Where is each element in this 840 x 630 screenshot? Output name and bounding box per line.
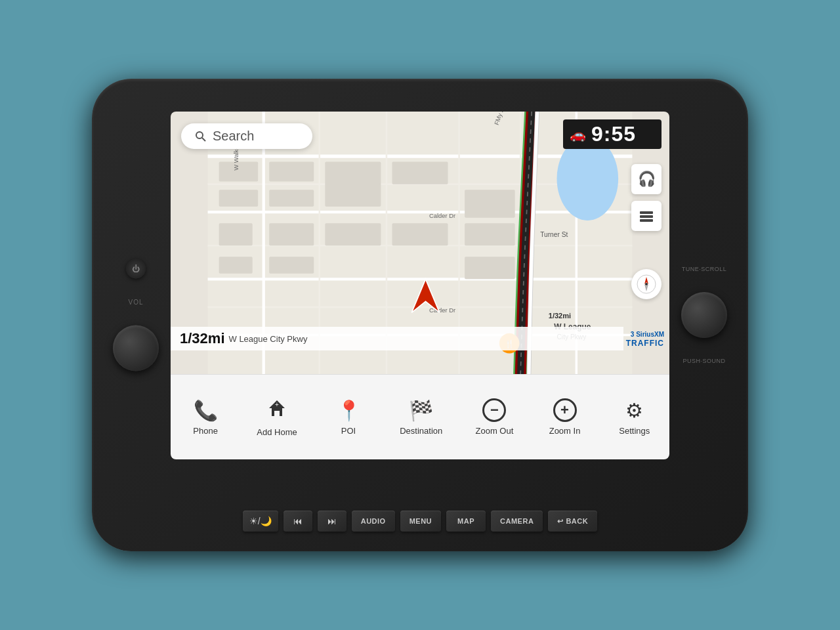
tune-label: TUNE·SCROLL [682, 266, 727, 272]
vol-label: VOL [128, 299, 143, 306]
svg-text:Calder Dr: Calder Dr [429, 307, 455, 314]
settings-icon: ⚙ [625, 399, 643, 422]
svg-line-43 [202, 138, 205, 141]
phone-icon: 📞 [194, 399, 218, 422]
svg-rect-45 [640, 215, 653, 218]
clock-widget: 🚗 9:55 [563, 119, 662, 149]
svg-rect-17 [269, 190, 314, 207]
nav-poi[interactable]: 📍 POI [322, 394, 375, 441]
svg-rect-20 [465, 190, 515, 218]
zoom-in-label: Zoom In [549, 426, 581, 436]
nav-settings[interactable]: ⚙ Settings [608, 394, 661, 441]
svg-rect-26 [269, 257, 314, 274]
menu-button[interactable]: MENU [400, 511, 441, 532]
map-button[interactable]: MAP [446, 511, 486, 532]
nav-zoom-out[interactable]: − Zoom Out [468, 393, 522, 441]
nav-destination[interactable]: 🏁 Destination [392, 394, 450, 441]
compass-button[interactable] [631, 269, 662, 299]
nav-bar: 📞 Phone + Add Home 📍 POI 🏁 [171, 374, 669, 459]
svg-rect-44 [640, 211, 653, 214]
svg-text:Turner St: Turner St [540, 231, 568, 238]
phone-label: Phone [193, 426, 218, 436]
distance-overlay: 1/32mi W League City Pkwy [171, 327, 623, 350]
screen: W Walker St Calder Dr Turner St Calder D… [171, 112, 669, 459]
road-name: W League City Pkwy [229, 334, 308, 344]
poi-icon: 📍 [337, 399, 361, 422]
layers-button[interactable] [631, 201, 662, 231]
zoom-in-icon: + [553, 398, 577, 422]
svg-rect-25 [219, 257, 253, 274]
nav-phone[interactable]: 📞 Phone [179, 394, 232, 441]
volume-knob[interactable] [113, 326, 159, 371]
car-icon: 🚗 [570, 127, 586, 142]
svg-rect-24 [392, 223, 448, 245]
search-label: Search [213, 129, 254, 144]
svg-rect-18 [325, 162, 381, 207]
traffic-text: TRAFFIC [626, 339, 664, 349]
svg-point-42 [196, 132, 203, 138]
svg-rect-21 [219, 223, 253, 245]
svg-rect-22 [269, 223, 314, 245]
svg-rect-16 [269, 162, 314, 182]
power-button[interactable]: ⏻ [126, 259, 146, 279]
physical-buttons-row: ☀/🌙 ⏮ ⏭ AUDIO MENU MAP CAMERA ↩ BACK [171, 511, 669, 532]
right-controls: TUNE·SCROLL PUSH·SOUND [681, 266, 727, 364]
prev-track-button[interactable]: ⏮ [284, 511, 312, 532]
push-label: PUSH·SOUND [682, 358, 725, 364]
zoom-out-label: Zoom Out [476, 426, 514, 436]
add-home-label: Add Home [257, 427, 297, 437]
svg-point-29 [557, 136, 619, 220]
search-icon [194, 130, 207, 143]
svg-rect-23 [325, 223, 381, 245]
svg-rect-28 [465, 257, 515, 279]
settings-label: Settings [619, 426, 650, 436]
svg-text:Calder Dr: Calder Dr [429, 213, 455, 219]
svg-rect-19 [392, 162, 448, 184]
zoom-out-icon: − [482, 398, 506, 422]
traffic-info: 3 SiriusXM TRAFFIC [626, 330, 664, 349]
add-home-icon: + [266, 398, 287, 423]
svg-point-50 [645, 283, 648, 285]
car-infotainment-unit: ⏻ VOL TUNE·SCROLL PUSH·SOUND [92, 79, 748, 551]
nav-zoom-in[interactable]: + Zoom In [539, 393, 591, 441]
svg-rect-27 [465, 223, 515, 245]
poi-label: POI [341, 426, 356, 436]
camera-button[interactable]: CAMERA [491, 511, 543, 532]
svg-rect-15 [219, 190, 259, 207]
audio-button[interactable]: AUDIO [352, 511, 395, 532]
left-controls: ⏻ VOL [113, 259, 159, 371]
nav-add-home[interactable]: + Add Home [249, 392, 304, 442]
next-track-button[interactable]: ⏭ [318, 511, 346, 532]
headphones-button[interactable]: 🎧 [631, 164, 662, 194]
map-area[interactable]: W Walker St Calder Dr Turner St Calder D… [171, 112, 669, 374]
sirius-text: 3 SiriusXM [626, 330, 664, 339]
destination-label: Destination [400, 426, 442, 436]
brightness-button[interactable]: ☀/🌙 [243, 511, 278, 532]
back-button[interactable]: ↩ BACK [548, 511, 597, 532]
destination-icon: 🏁 [409, 399, 433, 422]
search-bar[interactable]: Search [181, 123, 312, 149]
svg-text:+: + [275, 401, 279, 408]
svg-text:1/32mi: 1/32mi [549, 312, 571, 320]
tune-knob[interactable] [681, 292, 727, 338]
clock-time: 9:55 [591, 122, 636, 146]
distance-number: 1/32mi [180, 330, 225, 347]
svg-rect-46 [640, 219, 653, 222]
